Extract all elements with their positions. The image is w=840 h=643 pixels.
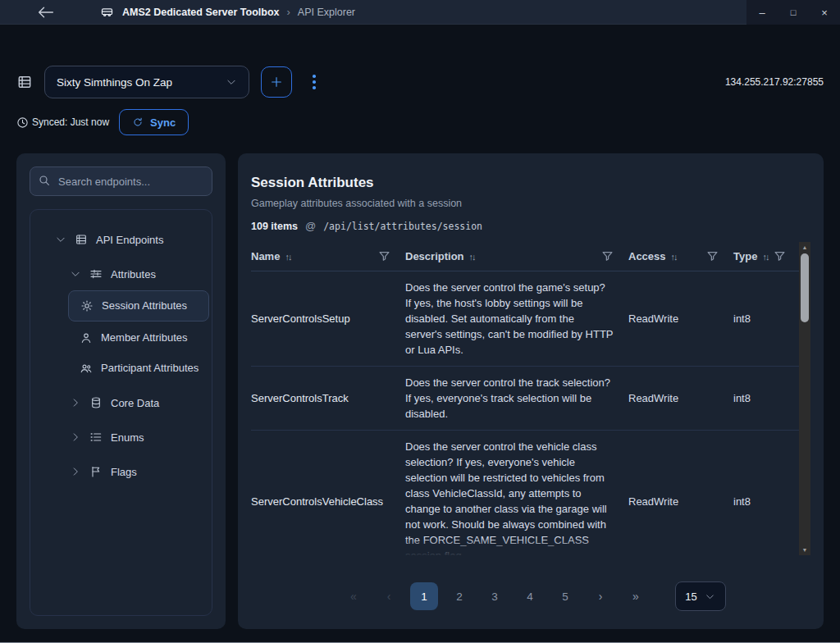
tree-item-label: API Endpoints — [96, 234, 163, 246]
table-header: Name ↑↓ Description ↑↓ Access ↑↓ — [251, 242, 810, 271]
sync-button[interactable]: Sync — [119, 109, 189, 135]
people-icon — [80, 362, 93, 375]
link-icon: @ — [305, 220, 316, 232]
endpoints-icon — [75, 233, 88, 246]
cell-type: int8 — [733, 382, 786, 414]
close-button[interactable]: × — [809, 0, 840, 25]
window-controls: – □ × — [746, 0, 840, 25]
prev-page-button[interactable]: ‹ — [375, 582, 403, 610]
add-server-button[interactable] — [261, 66, 292, 98]
filter-icon[interactable] — [601, 250, 614, 262]
chevron-right-icon[interactable] — [70, 431, 81, 443]
tree-item-core-data[interactable]: Core Data — [35, 389, 207, 417]
sync-button-label: Sync — [150, 116, 176, 129]
tree-item-flags[interactable]: Flags — [35, 458, 207, 486]
tree-item-member-attributes[interactable]: Member Attributes — [68, 324, 209, 352]
server-select-value: Sixty Simthings On Zap — [57, 76, 172, 89]
cell-description: Does the server control the game's setup… — [405, 271, 614, 366]
back-arrow-icon[interactable] — [38, 6, 56, 19]
search-icon — [38, 174, 51, 187]
page-subtitle: Gameplay attributes associated with a se… — [251, 198, 810, 209]
filter-icon[interactable] — [706, 250, 719, 262]
server-ip-address: 134.255.217.92:27855 — [725, 76, 824, 88]
cell-type: int8 — [733, 486, 786, 518]
titlebar: AMS2 Dedicated Server Toolbox › API Expl… — [0, 0, 840, 25]
search-input[interactable] — [30, 166, 212, 196]
tree-item-label: Flags — [111, 466, 137, 478]
car-icon — [100, 5, 114, 19]
sync-row: Synced: Just now Sync — [16, 109, 824, 135]
cell-description: Does the server control the vehicle clas… — [405, 431, 614, 555]
page-button-3[interactable]: 3 — [481, 582, 509, 610]
column-header-type[interactable]: Type ↑↓ — [733, 250, 786, 262]
tree-item-api-endpoints[interactable]: API Endpoints — [35, 226, 207, 253]
maximize-button[interactable]: □ — [778, 0, 809, 25]
tree-item-participant-attributes[interactable]: Participant Attributes — [68, 354, 209, 382]
endpoints-tree: API Endpoints Attributes Session Attribu… — [30, 209, 212, 616]
sort-icon: ↑↓ — [469, 252, 475, 262]
chevron-right-icon[interactable] — [70, 466, 81, 477]
minimize-button[interactable]: – — [746, 0, 778, 25]
column-header-name[interactable]: Name ↑↓ — [251, 250, 390, 262]
page-button-2[interactable]: 2 — [445, 582, 473, 610]
scroll-down-icon[interactable]: ▼ — [799, 545, 810, 555]
cell-access: ReadWrite — [628, 382, 719, 414]
page-size-select[interactable]: 15 — [675, 581, 726, 611]
clock-icon — [16, 116, 29, 129]
page-button-4[interactable]: 4 — [516, 582, 544, 610]
tree-item-label: Session Attributes — [102, 299, 187, 312]
chevron-down-icon — [705, 591, 715, 602]
first-page-button[interactable]: « — [340, 582, 368, 610]
next-page-button[interactable]: › — [587, 582, 614, 610]
list-icon — [89, 431, 103, 444]
server-select[interactable]: Sixty Simthings On Zap — [44, 66, 249, 98]
table-scrollbar[interactable]: ▲ ▼ — [799, 242, 810, 555]
page-size-value: 15 — [685, 591, 696, 603]
database-icon — [89, 396, 103, 409]
column-header-access[interactable]: Access ↑↓ — [628, 250, 719, 262]
page-button-5[interactable]: 5 — [551, 582, 579, 610]
tree-item-label: Attributes — [111, 268, 156, 280]
scroll-up-icon[interactable]: ▲ — [799, 242, 810, 253]
column-label: Name — [251, 250, 280, 262]
tree-item-attributes[interactable]: Attributes — [35, 260, 207, 288]
page-title: Session Attributes — [251, 175, 810, 191]
sidebar: API Endpoints Attributes Session Attribu… — [16, 153, 226, 629]
filter-icon[interactable] — [774, 250, 786, 262]
tree-item-label: Member Attributes — [101, 331, 188, 344]
flag-icon — [89, 465, 103, 478]
tree-item-session-attributes[interactable]: Session Attributes — [68, 290, 209, 322]
sort-icon: ↑↓ — [762, 252, 768, 262]
table-row[interactable]: ServerControlsVehicleClass Does the serv… — [251, 431, 810, 555]
cell-name: ServerControlsVehicleClass — [251, 486, 390, 518]
cell-description: Does the server control the track select… — [405, 367, 614, 430]
chevron-right-icon[interactable] — [70, 397, 81, 408]
meta-row: 109 items @ /api/list/attributes/session — [251, 220, 810, 232]
filter-icon[interactable] — [378, 250, 390, 262]
breadcrumb: API Explorer — [298, 7, 355, 18]
sort-icon: ↑↓ — [671, 252, 677, 262]
table-row[interactable]: ServerControlsSetup Does the server cont… — [251, 271, 810, 367]
server-list-icon[interactable] — [16, 74, 33, 90]
kebab-menu-icon[interactable] — [305, 66, 323, 98]
pagination: « ‹ 1 2 3 4 5 › » 15 — [251, 581, 810, 616]
column-label: Description — [405, 250, 464, 262]
cell-name: ServerControlsSetup — [251, 303, 390, 335]
column-header-description[interactable]: Description ↑↓ — [405, 250, 614, 262]
gear-icon — [80, 299, 94, 312]
table-row[interactable]: ServerControlsTrack Does the server cont… — [251, 367, 810, 431]
last-page-button[interactable]: » — [622, 582, 650, 610]
chevron-down-icon[interactable] — [55, 234, 66, 245]
item-count: 109 items — [251, 221, 298, 232]
breadcrumb-separator: › — [287, 6, 290, 18]
scrollbar-thumb[interactable] — [801, 253, 809, 322]
column-label: Access — [628, 250, 666, 262]
cell-name: ServerControlsTrack — [251, 382, 390, 414]
tree-item-enums[interactable]: Enums — [35, 423, 207, 451]
page-button-1[interactable]: 1 — [410, 582, 438, 610]
server-row: Sixty Simthings On Zap 134.255.217.92:27… — [16, 66, 824, 98]
chevron-down-icon[interactable] — [70, 268, 81, 280]
content: API Endpoints Attributes Session Attribu… — [0, 153, 840, 629]
sliders-icon — [89, 267, 103, 280]
main-panel: Session Attributes Gameplay attributes a… — [238, 153, 824, 629]
